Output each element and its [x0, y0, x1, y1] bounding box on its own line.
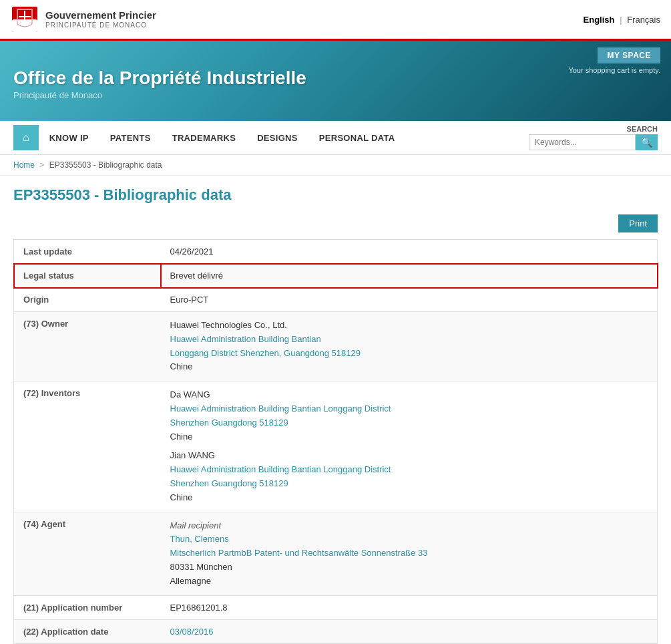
logo-area: Gouvernement Princier PRINCIPAUTÉ DE MON… [11, 5, 156, 33]
print-button[interactable]: Print [618, 214, 658, 232]
search-area: SEARCH 🔍 [529, 121, 658, 154]
field-value-agent: Mail recipientThun, ClemensMitscherlich … [161, 512, 658, 595]
field-label-inventors: (72) Inventors [14, 381, 161, 512]
nav-patents[interactable]: PATENTS [99, 126, 162, 150]
field-label-legal-status: Legal status [14, 264, 161, 288]
logo-sub: PRINCIPAUTÉ DE MONACO [45, 21, 156, 29]
field-value-origin: Euro-PCT [161, 288, 658, 312]
search-label: SEARCH [627, 125, 658, 133]
field-label-last-update: Last update [14, 240, 161, 264]
banner-subtitle: Principauté de Monaco [13, 90, 658, 100]
logo-gov: Gouvernement Princier [45, 9, 156, 21]
search-input[interactable] [529, 134, 636, 150]
bibliographic-table: Last update04/26/2021Legal statusBrevet … [13, 239, 658, 644]
nav-know-ip[interactable]: KNOW IP [39, 126, 99, 150]
main-content: EP3355503 - Bibliographic data Print Las… [0, 176, 671, 644]
nav-designs[interactable]: DESIGNS [246, 126, 308, 150]
field-value-application-number: EP16861201.8 [161, 595, 658, 619]
field-value-inventors: Da WANGHuawei Administration Building Ba… [161, 381, 658, 512]
field-label-origin: Origin [14, 288, 161, 312]
nav-personal-data[interactable]: PERSONAL DATA [308, 126, 406, 150]
top-bar: Gouvernement Princier PRINCIPAUTÉ DE MON… [0, 0, 671, 41]
lang-francais[interactable]: Français [627, 15, 660, 25]
print-area: Print [13, 214, 658, 232]
field-value-last-update: 04/26/2021 [161, 240, 658, 264]
search-button[interactable]: 🔍 [636, 134, 658, 150]
breadcrumb-current: EP3355503 - Bibliographic data [49, 160, 162, 170]
table-row-agent: (74) AgentMail recipientThun, ClemensMit… [14, 512, 658, 595]
field-label-application-date: (22) Application date [14, 619, 161, 643]
banner-top-right: MY SPACE Your shopping cart is empty. [568, 47, 660, 74]
table-row-last-update: Last update04/26/2021 [14, 240, 658, 264]
table-row-application-number: (21) Application numberEP16861201.8 [14, 595, 658, 619]
field-value-legal-status: Brevet délivré [161, 264, 658, 288]
home-nav-button[interactable]: ⌂ [13, 125, 39, 150]
field-label-owner: (73) Owner [14, 312, 161, 381]
table-row-owner: (73) OwnerHuawei Technologies Co., Ltd.H… [14, 312, 658, 381]
table-row-origin: OriginEuro-PCT [14, 288, 658, 312]
logo-text: Gouvernement Princier PRINCIPAUTÉ DE MON… [45, 9, 156, 29]
breadcrumb-sep: > [39, 160, 44, 170]
page-title: EP3355503 - Bibliographic data [13, 186, 658, 204]
field-label-application-number: (21) Application number [14, 595, 161, 619]
breadcrumb-home[interactable]: Home [13, 160, 35, 170]
lang-sep: | [620, 15, 622, 25]
my-space-button[interactable]: MY SPACE [598, 47, 660, 63]
table-row-legal-status: Legal statusBrevet délivré [14, 264, 658, 288]
banner: MY SPACE Your shopping cart is empty. Of… [0, 41, 671, 121]
table-row-inventors: (72) InventorsDa WANGHuawei Administrati… [14, 381, 658, 512]
banner-title: Office de la Propriété Industrielle [13, 67, 658, 89]
nav-bar: ⌂ KNOW IP PATENTS TRADEMARKS DESIGNS PER… [0, 121, 671, 155]
breadcrumb: Home > EP3355503 - Bibliographic data [0, 155, 671, 176]
language-switcher: English | Français [584, 15, 660, 25]
nav-trademarks[interactable]: TRADEMARKS [162, 126, 246, 150]
field-label-agent: (74) Agent [14, 512, 161, 595]
lang-english[interactable]: English [584, 15, 615, 25]
field-value-application-date: 03/08/2016 [161, 619, 658, 643]
table-row-application-date: (22) Application date03/08/2016 [14, 619, 658, 643]
field-value-owner: Huawei Technologies Co., Ltd.Huawei Admi… [161, 312, 658, 381]
cart-status: Your shopping cart is empty. [568, 66, 660, 74]
